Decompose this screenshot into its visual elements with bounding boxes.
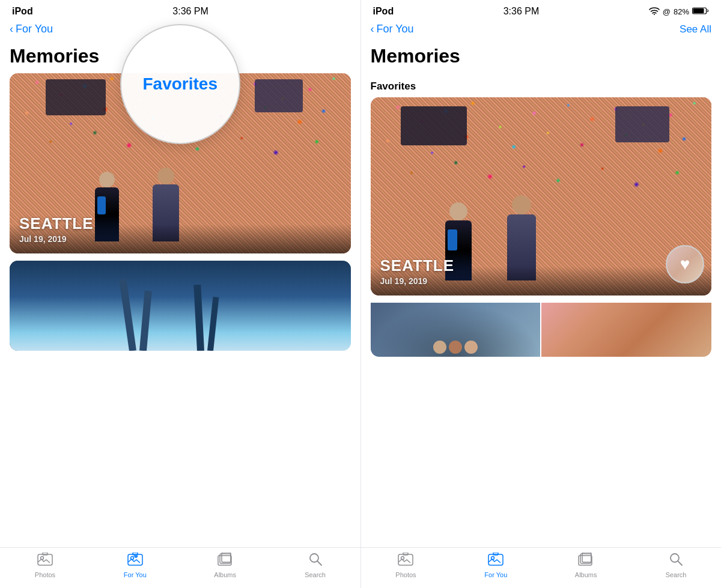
tab-search-left[interactable]: Search	[270, 553, 360, 578]
memory-overlay-left: SEATTLE Jul 19, 2019	[10, 205, 351, 253]
memory-location-left: SEATTLE	[19, 214, 341, 233]
foryou-icon-left	[127, 553, 143, 569]
back-button-left[interactable]: ‹ For You	[10, 23, 53, 35]
tab-photos-right[interactable]: Photos	[361, 553, 451, 578]
tab-search-label-left: Search	[305, 571, 326, 578]
section-label-favorites: Favorites	[361, 73, 722, 97]
tab-bar-left: Photos For You A	[0, 547, 360, 588]
content-left: SEATTLE Jul 19, 2019	[0, 73, 360, 547]
tab-albums-label-left: Albums	[214, 571, 236, 578]
carrier-left: iPod	[12, 6, 33, 17]
tab-albums-label-right: Albums	[575, 571, 597, 578]
content-right: SEATTLE Jul 19, 2019 ♥	[361, 97, 722, 547]
thumbnail-row	[371, 303, 712, 357]
page-title-right: Memories	[361, 40, 722, 73]
wifi-icon	[649, 7, 660, 17]
memory-location-right: SEATTLE	[380, 256, 702, 275]
artwork-image-left	[10, 261, 351, 351]
svg-line-10	[317, 561, 321, 565]
chevron-left-icon: ‹	[10, 23, 13, 35]
battery-percent: 82%	[674, 7, 689, 16]
tab-photos-label-left: Photos	[35, 571, 55, 578]
tab-bar-right: Photos For You Albums	[361, 547, 722, 588]
tab-foryou-label-right: For You	[484, 571, 507, 578]
albums-icon-left	[218, 553, 233, 569]
back-label-right: For You	[377, 23, 414, 35]
back-label-left: For You	[16, 23, 53, 35]
tab-photos-left[interactable]: Photos	[0, 553, 90, 578]
search-icon-left	[309, 553, 322, 569]
search-icon-right	[669, 553, 683, 569]
tab-search-label-right: Search	[666, 571, 687, 578]
right-screen: iPod 3:36 PM @ 82%	[361, 0, 722, 588]
svg-rect-14	[398, 554, 413, 565]
time-right: 3:36 PM	[503, 6, 540, 17]
back-button-right[interactable]: ‹ For You	[371, 23, 414, 35]
memory-card-seattle-right[interactable]: SEATTLE Jul 19, 2019 ♥	[371, 97, 712, 296]
svg-rect-5	[133, 553, 138, 555]
tab-foryou-label-left: For You	[124, 571, 147, 578]
memory-overlay-right: SEATTLE Jul 19, 2019	[371, 247, 712, 296]
memory-date-left: Jul 19, 2019	[19, 234, 341, 244]
tab-albums-left[interactable]: Albums	[180, 553, 270, 578]
chevron-right-icon: ‹	[371, 23, 374, 35]
photos-icon-right	[398, 553, 413, 569]
tab-foryou-left[interactable]: For You	[90, 553, 180, 578]
cellular-icon: @	[663, 7, 671, 16]
favorites-circle-text: Favorites	[143, 74, 218, 94]
status-bar-right: iPod 3:36 PM @ 82%	[361, 0, 722, 20]
svg-rect-17	[488, 554, 503, 565]
battery-icon	[692, 7, 709, 17]
foryou-icon-right	[488, 553, 503, 569]
gum-wall-image-right: SEATTLE Jul 19, 2019 ♥	[371, 97, 712, 296]
tab-foryou-right[interactable]: For You	[451, 553, 541, 578]
thumb-colorful[interactable]	[541, 303, 711, 357]
favorites-circle-overlay: Favorites	[120, 24, 240, 144]
heart-icon: ♥	[680, 255, 690, 274]
svg-rect-2	[43, 553, 47, 555]
photos-icon-left	[37, 553, 53, 569]
nav-bar-right: ‹ For You See All	[361, 20, 722, 40]
carrier-right: iPod	[373, 6, 394, 17]
tab-search-right[interactable]: Search	[631, 553, 721, 578]
svg-line-24	[678, 561, 682, 565]
memory-card-artwork-left[interactable]	[10, 261, 351, 351]
time-left: 3:36 PM	[172, 6, 208, 17]
tab-albums-right[interactable]: Albums	[541, 553, 631, 578]
status-icons-right: @ 82%	[649, 7, 709, 17]
svg-rect-19	[493, 553, 498, 555]
status-bar-left: iPod 3:36 PM	[0, 0, 360, 20]
left-screen: iPod 3:36 PM ‹ For You Memories	[0, 0, 360, 588]
memory-date-right: Jul 19, 2019	[380, 276, 702, 286]
svg-rect-13	[693, 8, 704, 13]
svg-point-11	[654, 14, 655, 15]
svg-rect-0	[38, 554, 52, 565]
thumb-group[interactable]	[371, 303, 541, 357]
heart-circle-overlay[interactable]: ♥	[666, 245, 704, 283]
tab-photos-label-right: Photos	[395, 571, 416, 578]
svg-rect-16	[403, 553, 408, 555]
see-all-button[interactable]: See All	[680, 23, 711, 35]
albums-icon-right	[578, 553, 594, 569]
